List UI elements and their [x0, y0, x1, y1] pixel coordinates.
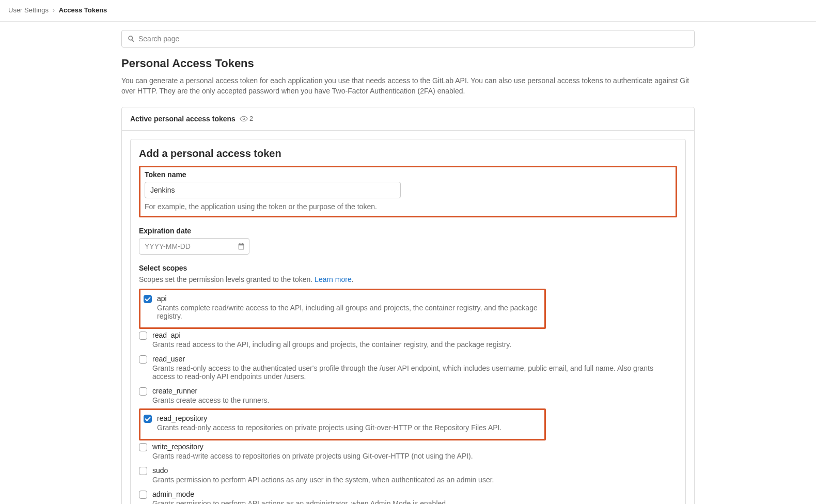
scope-name: api	[157, 294, 541, 303]
scope-desc: Grants read-only access to the authentic…	[152, 364, 677, 381]
scope-desc: Grants read access to the API, including…	[152, 340, 511, 349]
breadcrumb-current: Access Tokens	[59, 6, 107, 14]
panel-header-title: Active personal access tokens	[130, 115, 236, 123]
scope-name: read_user	[152, 355, 677, 363]
scope-checkbox-read_repository[interactable]	[144, 415, 152, 423]
scope-row-admin_mode: admin_modeGrants permission to perform A…	[139, 488, 677, 504]
scope-name: write_repository	[152, 443, 473, 451]
scope-checkbox-admin_mode[interactable]	[139, 491, 147, 499]
expiration-field-wrap	[139, 238, 249, 255]
scope-desc: Grants read-only access to repositories …	[157, 423, 501, 432]
token-name-field[interactable]	[145, 182, 401, 198]
highlight-scope-api: apiGrants complete read/write access to …	[139, 289, 546, 329]
expiration-field[interactable]	[139, 238, 249, 255]
page-title: Personal Access Tokens	[121, 57, 695, 70]
tokens-panel: Active personal access tokens 2 Add a pe…	[121, 107, 695, 504]
scope-desc: Grants complete read/write access to the…	[157, 304, 541, 320]
scope-row-sudo: sudoGrants permission to perform API act…	[139, 464, 677, 488]
svg-point-0	[243, 118, 245, 120]
breadcrumb: User Settings › Access Tokens	[0, 0, 816, 22]
scopes-learn-more-link[interactable]: Learn more	[315, 275, 352, 284]
search-container	[121, 30, 695, 48]
token-name-label: Token name	[145, 170, 671, 179]
scope-checkbox-create_runner[interactable]	[139, 387, 147, 396]
scopes-label: Select scopes	[139, 264, 677, 272]
scope-name: read_repository	[157, 414, 501, 422]
scope-row-read_api: read_apiGrants read access to the API, i…	[139, 329, 677, 353]
calendar-icon[interactable]	[238, 243, 245, 250]
eye-icon	[240, 116, 248, 122]
scope-row-create_runner: create_runnerGrants create access to the…	[139, 385, 677, 408]
search-input[interactable]	[121, 30, 695, 48]
scope-row-write_repository: write_repositoryGrants read-write access…	[139, 440, 677, 464]
token-count-badge: 2	[240, 115, 253, 122]
highlight-scope-read_repository: read_repositoryGrants read-only access t…	[139, 408, 546, 440]
search-icon	[128, 35, 135, 42]
scope-desc: Grants permission to perform API actions…	[152, 499, 448, 504]
breadcrumb-separator: ›	[53, 6, 55, 14]
highlight-token-name: Token name For example, the application …	[139, 166, 677, 217]
scope-row-api: apiGrants complete read/write access to …	[144, 292, 541, 324]
scope-desc: Grants create access to the runners.	[152, 396, 269, 404]
scope-name: read_api	[152, 331, 511, 339]
scope-desc: Grants permission to perform API actions…	[152, 476, 494, 484]
add-token-form: Add a personal access token Token name F…	[130, 139, 686, 504]
scope-row-read_repository: read_repositoryGrants read-only access t…	[144, 412, 541, 436]
panel-header[interactable]: Active personal access tokens 2	[122, 107, 694, 131]
breadcrumb-parent[interactable]: User Settings	[8, 6, 49, 14]
scopes-description: Scopes set the permission levels granted…	[139, 275, 677, 284]
scope-checkbox-write_repository[interactable]	[139, 443, 147, 451]
scope-name: admin_mode	[152, 490, 448, 498]
scope-checkbox-api[interactable]	[144, 295, 152, 303]
scope-row-read_user: read_userGrants read-only access to the …	[139, 353, 677, 385]
scope-checkbox-sudo[interactable]	[139, 467, 147, 475]
token-name-hint: For example, the application using the t…	[145, 202, 671, 211]
form-title: Add a personal access token	[139, 148, 677, 160]
expiration-label: Expiration date	[139, 227, 677, 235]
scope-name: sudo	[152, 466, 494, 475]
token-count-value: 2	[249, 115, 253, 122]
scope-desc: Grants read-write access to repositories…	[152, 452, 473, 460]
scope-checkbox-read_api[interactable]	[139, 332, 147, 340]
page-description: You can generate a personal access token…	[121, 75, 695, 97]
scope-name: create_runner	[152, 387, 269, 395]
scope-checkbox-read_user[interactable]	[139, 355, 147, 364]
